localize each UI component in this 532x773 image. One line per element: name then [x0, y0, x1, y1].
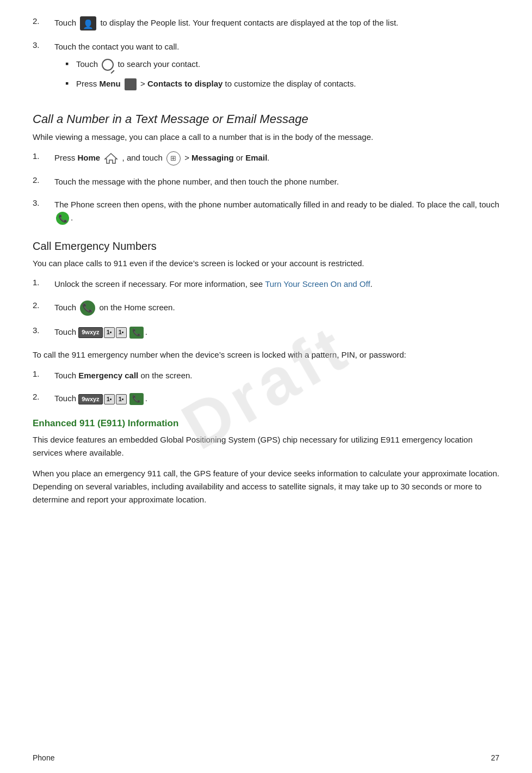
page-footer: Phone 27 — [33, 753, 499, 762]
key-9wxyz-2: 9wxyz — [78, 394, 102, 404]
s2-step1-text1: Unlock the screen if necessary. For more… — [54, 279, 263, 289]
step-number: 1. — [33, 278, 54, 287]
s2-step2-text1: Touch — [54, 303, 76, 312]
phone-home-icon: 📞 — [80, 300, 95, 316]
s2b-step2-text: Touch — [54, 394, 76, 403]
step-number: 2. — [33, 392, 54, 401]
step-content: Unlock the screen if necessary. For more… — [54, 278, 499, 291]
step-3-contact: 3. Touch the contact you want to call. ▪… — [33, 40, 499, 97]
s2-step3-text: Touch — [54, 327, 76, 336]
key-1b-2: 1▪ — [116, 394, 127, 404]
step-content: Press Home , and touch ⊞ > Messaging or … — [54, 151, 499, 165]
call-end-icon: 📞 — [129, 327, 144, 339]
turn-screen-link[interactable]: Turn Your Screen On and Off — [265, 279, 370, 289]
section1-intro: While viewing a message, you can place a… — [33, 131, 499, 144]
s2b-step-2: 2. Touch 9wxyz 1▪ 1▪ 📞 . — [33, 392, 499, 405]
bullet-list: ▪ Touch to search your contact. ▪ Press … — [54, 58, 499, 90]
bullet-marker: ▪ — [65, 58, 73, 70]
step-content: Touch 9wxyz 1▪ 1▪ 📞 . — [54, 392, 499, 405]
section1-heading: Call a Number in a Text Message or Email… — [33, 112, 499, 126]
section2-intro: You can place calls to 911 even if the d… — [33, 257, 499, 270]
s1-step3-text1: The Phone screen then opens, with the ph… — [54, 200, 499, 209]
step-number: 3. — [33, 198, 54, 207]
bullet1-content: Touch to search your contact. — [76, 58, 200, 71]
home-icon — [104, 152, 118, 165]
key-1a: 1▪ — [104, 327, 115, 338]
section3-heading: Enhanced 911 (E911) Information — [33, 418, 499, 429]
people-icon — [80, 16, 96, 30]
search-icon — [102, 59, 114, 71]
home-svg — [104, 152, 118, 165]
s2b-step1-text1: Touch — [54, 371, 76, 380]
step-content: Touch the contact you want to call. ▪ To… — [54, 40, 499, 97]
step-number: 1. — [33, 369, 54, 378]
step-number: 2. — [33, 175, 54, 185]
step-number: 3. — [33, 40, 54, 50]
step-number: 2. — [33, 300, 54, 310]
section3-para2: When you place an emergency 911 call, th… — [33, 467, 499, 506]
step-number: 2. — [33, 16, 54, 26]
bold-contacts-display: Contacts to display — [147, 79, 222, 88]
s1-step2-text: Touch the message with the phone number,… — [54, 177, 339, 186]
s2-step2-text2: on the Home screen. — [99, 303, 175, 312]
step-number: 1. — [33, 151, 54, 161]
s2b-step-1: 1. Touch Emergency call on the screen. — [33, 369, 499, 382]
step-content: Touch to display the People list. Your f… — [54, 16, 499, 30]
bold-email: Email — [245, 153, 267, 162]
step2-text-before: Touch — [54, 18, 76, 27]
bold-home: Home — [78, 153, 101, 162]
step-content: Touch 📞 on the Home screen. — [54, 300, 499, 316]
s1-step-3: 3. The Phone screen then opens, with the… — [33, 198, 499, 225]
footer-page: 27 — [491, 753, 499, 762]
step-2-people: 2. Touch to display the People list. You… — [33, 16, 499, 30]
bold-messaging: Messaging — [191, 153, 234, 162]
keypad-sequence-2: 9wxyz 1▪ 1▪ 📞 — [78, 393, 145, 405]
section3-para1: This device features an embedded Global … — [33, 433, 499, 459]
apps-icon: ⊞ — [166, 151, 181, 165]
keypad-sequence: 9wxyz 1▪ 1▪ 📞 — [78, 327, 145, 339]
key-1b: 1▪ — [116, 327, 127, 338]
bold-menu: Menu — [100, 79, 121, 88]
s2-step-3: 3. Touch 9wxyz 1▪ 1▪ 📞 . — [33, 326, 499, 339]
step-content: Touch Emergency call on the screen. — [54, 369, 499, 382]
bullet-search: ▪ Touch to search your contact. — [54, 58, 499, 71]
call-end-icon-2: 📞 — [129, 393, 144, 405]
s1-step-2: 2. Touch the message with the phone numb… — [33, 175, 499, 188]
step3-text: Touch the contact you want to call. — [54, 42, 179, 51]
step-content: Touch 9wxyz 1▪ 1▪ 📞 . — [54, 326, 499, 339]
bullet-marker: ▪ — [65, 77, 73, 90]
key-9wxyz: 9wxyz — [78, 327, 102, 338]
section2-heading: Call Emergency Numbers — [33, 240, 499, 253]
s1-step-1: 1. Press Home , and touch ⊞ > Messaging … — [33, 151, 499, 165]
step-content: The Phone screen then opens, with the ph… — [54, 198, 499, 225]
locked-screen-para: To call the 911 emergency number when th… — [33, 348, 499, 361]
s2b-step1-text2: on the screen. — [140, 371, 192, 380]
step2-text-after: to display the People list. Your frequen… — [100, 18, 398, 27]
key-1a-2: 1▪ — [104, 394, 115, 404]
step-content: Touch the message with the phone number,… — [54, 175, 499, 188]
bullet-menu: ▪ Press Menu > Contacts to display to cu… — [54, 77, 499, 90]
s2-step-1: 1. Unlock the screen if necessary. For m… — [33, 278, 499, 291]
svg-marker-0 — [105, 154, 117, 163]
footer-left: Phone — [33, 753, 54, 762]
menu-icon — [125, 78, 137, 90]
bullet2-content: Press Menu > Contacts to display to cust… — [76, 77, 356, 90]
call-icon: 📞 — [56, 212, 69, 225]
bold-emergency-call: Emergency call — [78, 371, 138, 380]
s2-step-2: 2. Touch 📞 on the Home screen. — [33, 300, 499, 316]
step-number: 3. — [33, 326, 54, 335]
